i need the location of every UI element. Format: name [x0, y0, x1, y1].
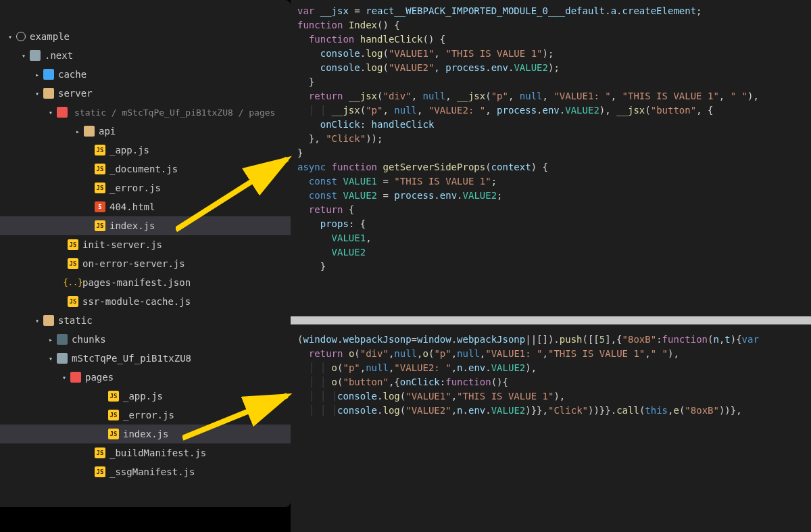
file-explorer: ▾ example ▾ .next ▸ cache ▾ server ▾ sta…: [0, 0, 291, 507]
chevron-right-icon: ▸: [73, 128, 82, 135]
folder-icon: [70, 372, 81, 383]
tree-item-server[interactable]: ▾ server: [0, 84, 291, 103]
folder-icon: [84, 126, 95, 137]
js-file-icon: JS: [95, 220, 105, 231]
tree-item-404[interactable]: ▸ 5 404.html: [0, 197, 291, 216]
tree-item-hash[interactable]: ▾ mStcTqPe_Uf_piB1txZU8: [0, 349, 291, 368]
tree-item-document[interactable]: ▸ JS _document.js: [0, 160, 291, 178]
js-file-icon: JS: [108, 391, 119, 402]
folder-icon: [57, 353, 68, 364]
folder-open-icon: [43, 88, 54, 99]
editor-pane-top[interactable]: var __jsx = react__WEBPACK_IMPORTED_MODU…: [291, 0, 811, 316]
chevron-down-icon: ▾: [46, 355, 55, 362]
tree-breadcrumb: static / mStcTqPe_Uf_piB1txZU8 / pages: [74, 107, 275, 118]
chevron-right-icon: ▸: [46, 336, 55, 343]
js-file-icon: JS: [108, 429, 119, 439]
tree-item-index-static[interactable]: ▸ JS index.js: [0, 425, 291, 443]
chevron-down-icon: ▾: [32, 317, 42, 324]
tree-item-static[interactable]: ▾ static: [0, 311, 291, 330]
tree-item-cache[interactable]: ▸ cache: [0, 65, 291, 84]
tree-label: on-error-server.js: [82, 258, 185, 269]
tree-item-root[interactable]: ▾ example: [0, 27, 291, 46]
tree-label: 404.html: [109, 201, 155, 212]
split-divider[interactable]: [291, 316, 811, 324]
tree-label: server: [58, 88, 93, 99]
json-file-icon: {..}: [68, 277, 78, 288]
tree-label: _buildManifest.js: [109, 448, 206, 458]
tree-label: _app.js: [123, 391, 163, 402]
tree-label: pages-manifest.json: [82, 277, 191, 288]
folder-icon: [43, 69, 54, 80]
tree-label: mStcTqPe_Uf_piB1txZU8: [72, 353, 191, 364]
folder-icon: [57, 107, 68, 118]
chevron-right-icon: ▸: [32, 71, 42, 78]
tree-label: cache: [58, 69, 87, 80]
tree-label: _document.js: [109, 164, 178, 174]
tree-item-app[interactable]: ▸ JS _app.js: [0, 141, 291, 160]
tree-item-next[interactable]: ▾ .next: [0, 46, 291, 65]
tree-label: _ssgManifest.js: [109, 466, 195, 477]
tree-item-static-pages[interactable]: ▾ static / mStcTqPe_Uf_piB1txZU8 / pages: [0, 103, 291, 122]
tree-item-pages-static[interactable]: ▾ pages: [0, 368, 291, 387]
js-file-icon: JS: [95, 466, 105, 477]
tree-item-chunks[interactable]: ▸ chunks: [0, 330, 291, 349]
html-file-icon: 5: [95, 201, 105, 212]
js-file-icon: JS: [95, 183, 105, 193]
tree-item-pages-manifest[interactable]: ▸ {..} pages-manifest.json: [0, 273, 291, 292]
editor-pane-bottom[interactable]: (window.webpackJsonp=window.webpackJsonp…: [291, 329, 811, 532]
tree-label: _error.js: [109, 183, 161, 193]
tree-label: _app.js: [109, 145, 149, 155]
tree-label: ssr-module-cache.js: [82, 296, 191, 307]
tree-label: example: [30, 31, 70, 42]
js-file-icon: JS: [68, 296, 78, 307]
chevron-down-icon: ▾: [5, 33, 15, 41]
tree-item-error-static[interactable]: ▸ JS _error.js: [0, 406, 291, 425]
folder-icon: [30, 50, 41, 61]
tree-label: index.js: [109, 220, 155, 231]
tree-label: .next: [45, 50, 73, 61]
tree-label: init-server.js: [82, 239, 162, 250]
tree-item-build-manifest[interactable]: ▸ JS _buildManifest.js: [0, 443, 291, 462]
folder-open-icon: [43, 315, 54, 326]
js-file-icon: JS: [68, 258, 78, 269]
chevron-down-icon: ▾: [32, 90, 42, 97]
chevron-down-icon: ▾: [59, 374, 69, 381]
tree-label: pages: [85, 372, 114, 383]
chevron-down-icon: ▾: [46, 109, 55, 116]
chevron-down-icon: ▾: [19, 52, 28, 59]
tree-item-api[interactable]: ▸ api: [0, 122, 291, 141]
project-icon: [16, 32, 26, 41]
js-file-icon: JS: [95, 145, 105, 155]
tree-label: index.js: [123, 429, 168, 439]
tree-item-error[interactable]: ▸ JS _error.js: [0, 178, 291, 197]
tree-item-app-static[interactable]: ▸ JS _app.js: [0, 387, 291, 406]
folder-icon: [57, 334, 68, 345]
tree-label: static: [58, 315, 93, 326]
tree-label: _error.js: [123, 410, 174, 420]
tree-item-onerror[interactable]: ▸ JS on-error-server.js: [0, 254, 291, 273]
js-file-icon: JS: [95, 164, 105, 174]
tree-item-init-server[interactable]: ▸ JS init-server.js: [0, 235, 291, 254]
tree-item-ssr-cache[interactable]: ▸ JS ssr-module-cache.js: [0, 292, 291, 311]
tree-label: api: [99, 126, 116, 137]
tree-item-ssg-manifest[interactable]: ▸ JS _ssgManifest.js: [0, 462, 291, 481]
tree-item-index-server[interactable]: ▸ JS index.js: [0, 216, 291, 235]
js-file-icon: JS: [68, 239, 78, 250]
js-file-icon: JS: [95, 448, 105, 458]
js-file-icon: JS: [108, 410, 119, 420]
tree-label: chunks: [72, 334, 106, 345]
code-editor: var __jsx = react__WEBPACK_IMPORTED_MODU…: [291, 0, 811, 532]
